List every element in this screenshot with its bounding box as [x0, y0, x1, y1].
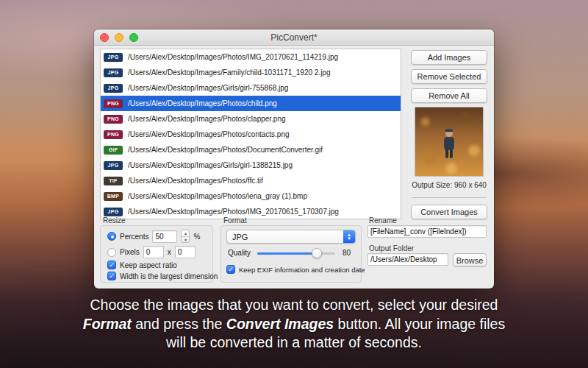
output-folder-field[interactable] — [368, 253, 448, 266]
traffic-lights — [100, 33, 138, 42]
pixels-width-field[interactable] — [143, 246, 164, 258]
pixels-label: Pixels — [120, 248, 140, 256]
keep-aspect-label: Keep aspect ratio — [120, 261, 177, 269]
close-button[interactable] — [100, 33, 109, 42]
percents-radio[interactable] — [107, 232, 116, 241]
convert-images-button[interactable]: Convert Images — [411, 205, 487, 219]
add-images-button[interactable]: Add Images — [411, 50, 487, 65]
file-row[interactable]: JPG/Users/Alex/Desktop/Images/Photos/IMG… — [101, 204, 401, 219]
desktop: { "window": { "title": "PicConvert*" }, … — [0, 0, 588, 368]
keep-exif-label: Keep EXIF information and creation date — [239, 266, 365, 274]
file-type-badge: JPG — [104, 208, 123, 216]
zoom-button[interactable] — [129, 33, 138, 42]
pixels-radio[interactable] — [107, 248, 116, 257]
file-path: /Users/Alex/Desktop/Images/Photos/Docume… — [128, 146, 323, 154]
percent-sign-label: % — [193, 233, 200, 241]
panel-divider — [412, 197, 487, 198]
file-list[interactable]: JPG/Users/Alex/Desktop/Images/Photos/IMG… — [100, 49, 401, 219]
file-type-badge: GIF — [104, 146, 123, 155]
file-type-badge: JPG — [104, 68, 123, 77]
remove-all-button[interactable]: Remove All — [411, 88, 487, 103]
output-size-label: Output Size: 960 x 640 — [410, 181, 488, 189]
file-row[interactable]: JPG/Users/Alex/Desktop/Images/Girls/girl… — [101, 158, 401, 173]
rename-label: Rename — [369, 216, 397, 224]
file-row[interactable]: JPG/Users/Alex/Desktop/Images/Girls/girl… — [101, 80, 401, 96]
percents-label: Percents — [120, 233, 148, 241]
stepper-up-icon: ▲ — [182, 230, 189, 237]
image-preview — [415, 107, 484, 177]
rename-field[interactable] — [368, 225, 487, 238]
file-type-badge: BMP — [104, 192, 123, 201]
format-selected-value: JPG — [232, 233, 248, 241]
quality-slider[interactable] — [257, 252, 335, 255]
format-group-label: Format — [223, 216, 247, 224]
popup-arrows-icon: ▲▼ — [343, 230, 355, 243]
remove-selected-button[interactable]: Remove Selected — [411, 69, 487, 84]
file-row[interactable]: PNG/Users/Alex/Desktop/Images/Photos/chi… — [101, 96, 401, 111]
width-largest-checkbox[interactable]: ✓ — [107, 272, 116, 280]
format-dropdown[interactable]: JPG ▲▼ — [226, 230, 356, 244]
caption-line: Choose the images that you want to conve… — [0, 296, 588, 315]
file-path: /Users/Alex/Desktop/Images/Family/child-… — [128, 68, 331, 77]
file-row[interactable]: PNG/Users/Alex/Desktop/Images/Photos/cla… — [101, 111, 401, 127]
quality-slider-knob[interactable] — [312, 248, 322, 258]
file-row[interactable]: PNG/Users/Alex/Desktop/Images/Photos/con… — [101, 127, 401, 142]
browse-button[interactable]: Browse — [453, 253, 487, 266]
preview-photo — [415, 107, 483, 176]
caption-line: Format and press the Convert Images butt… — [0, 315, 588, 334]
width-largest-label: Width is the largest dimension — [120, 272, 218, 280]
quality-label: Quality — [228, 249, 251, 257]
file-path: /Users/Alex/Desktop/Images/Photos/clappe… — [128, 115, 286, 123]
pixels-height-field[interactable] — [175, 246, 196, 258]
file-type-badge: JPG — [104, 84, 123, 93]
file-path: /Users/Alex/Desktop/Images/Photos/child.… — [128, 99, 277, 107]
keep-exif-checkbox[interactable]: ✓ — [226, 265, 235, 274]
pixels-x-label: x — [168, 248, 171, 256]
quality-slider-fill — [257, 252, 320, 255]
window-title: PicConvert* — [94, 29, 494, 46]
window-titlebar[interactable]: PicConvert* — [94, 29, 494, 46]
file-path: /Users/Alex/Desktop/Images/Photos/ffc.ti… — [128, 177, 263, 185]
file-path: /Users/Alex/Desktop/Images/Photos/IMG_20… — [128, 208, 339, 216]
output-folder-label: Output Folder — [369, 244, 414, 252]
file-type-badge: JPG — [104, 53, 123, 62]
file-path: /Users/Alex/Desktop/Images/Girls/girl-13… — [128, 161, 293, 169]
keep-aspect-checkbox[interactable]: ✓ — [107, 261, 116, 269]
resize-group-label: Resize — [103, 216, 126, 224]
minimize-button[interactable] — [115, 33, 123, 42]
app-window: PicConvert* JPG/Users/Alex/Desktop/Image… — [94, 29, 494, 289]
quality-value: 80 — [343, 249, 351, 257]
caption-line: will be converted in a matter of seconds… — [0, 333, 588, 353]
file-path: /Users/Alex/Desktop/Images/Girls/girl-75… — [128, 84, 288, 92]
file-path: /Users/Alex/Desktop/Images/Photos/IMG_20… — [128, 53, 338, 61]
file-path: /Users/Alex/Desktop/Images/Photos/iena_g… — [128, 192, 307, 200]
file-row[interactable]: JPG/Users/Alex/Desktop/Images/Photos/IMG… — [101, 49, 401, 65]
caption: Choose the images that you want to conve… — [0, 296, 588, 353]
file-row[interactable]: GIF/Users/Alex/Desktop/Images/Photos/Doc… — [101, 142, 401, 158]
percents-stepper[interactable]: ▲▼ — [181, 230, 190, 243]
file-type-badge: PNG — [104, 115, 123, 124]
file-type-badge: PNG — [104, 99, 123, 108]
file-path: /Users/Alex/Desktop/Images/Photos/contac… — [128, 130, 290, 138]
stepper-down-icon: ▼ — [182, 237, 189, 243]
file-type-badge: JPG — [104, 161, 123, 170]
file-type-badge: PNG — [104, 130, 123, 139]
file-row[interactable]: TIF/Users/Alex/Desktop/Images/Photos/ffc… — [101, 173, 401, 188]
file-type-badge: TIF — [104, 177, 123, 185]
file-row[interactable]: JPG/Users/Alex/Desktop/Images/Family/chi… — [101, 65, 401, 80]
percents-value-field[interactable] — [152, 230, 177, 243]
file-row[interactable]: BMP/Users/Alex/Desktop/Images/Photos/ien… — [101, 188, 401, 204]
